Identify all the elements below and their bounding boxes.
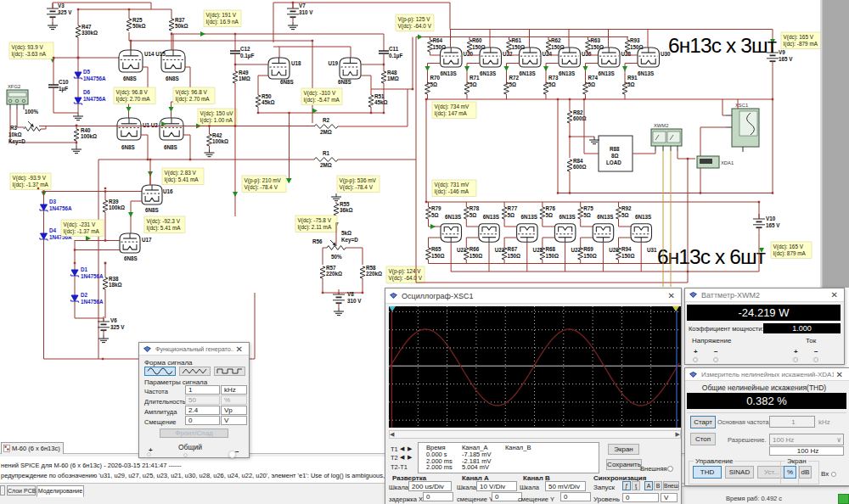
svg-text:165 V: 165 V (766, 222, 780, 228)
svg-text:D3: D3 (49, 199, 57, 204)
svg-text:V(dc): -310 V: V(dc): -310 V (304, 90, 336, 97)
svg-text:C12: C12 (240, 46, 250, 52)
svg-text:330kΩ: 330kΩ (82, 30, 98, 36)
svg-text:I(dc): 5.41 mA: I(dc): 5.41 mA (165, 176, 200, 183)
svg-text:325 V: 325 V (110, 324, 125, 330)
svg-text:150Ω: 150Ω (469, 253, 483, 259)
svg-text:0.1µF: 0.1µF (240, 53, 254, 59)
svg-text:325 V: 325 V (58, 9, 72, 15)
svg-text:6N8S: 6N8S (124, 255, 138, 261)
svg-text:R92: R92 (621, 205, 632, 211)
svg-text:U18: U18 (291, 60, 301, 66)
svg-text:D4: D4 (49, 227, 57, 233)
svg-text:V(dc): -64.0 V: V(dc): -64.0 V (398, 23, 432, 30)
svg-text:R71: R71 (469, 75, 480, 81)
svg-text:I(dc): 147 mA: I(dc): 147 mA (435, 110, 468, 117)
svg-text:V(dc): -78.4 V: V(dc): -78.4 V (340, 184, 374, 191)
svg-text:V(p-p): 125 V: V(p-p): 125 V (398, 16, 431, 23)
svg-text:R38: R38 (109, 276, 119, 282)
svg-text:U24: U24 (543, 51, 553, 57)
svg-text:R55: R55 (340, 201, 350, 207)
svg-text:V(dc): 96.8 V: V(dc): 96.8 V (176, 89, 208, 96)
svg-text:6н13с x 6шт: 6н13с x 6шт (657, 245, 766, 268)
svg-text:V(dc): 2.83 V: V(dc): 2.83 V (165, 170, 197, 176)
svg-text:6N13S: 6N13S (441, 70, 457, 76)
svg-text:6N13S: 6N13S (559, 70, 575, 76)
svg-text:6N13S: 6N13S (483, 214, 499, 220)
svg-text:V(p-p): 536 mV: V(p-p): 536 mV (340, 177, 377, 184)
svg-text:R42: R42 (212, 132, 222, 138)
svg-text:5Ω: 5Ω (469, 81, 477, 87)
svg-text:V(dc): 150 uV: V(dc): 150 uV (200, 110, 234, 117)
svg-text:V(dc): 96.8 V: V(dc): 96.8 V (116, 89, 149, 96)
svg-text:LOAD: LOAD (606, 160, 621, 165)
svg-text:R57: R57 (326, 265, 336, 271)
svg-text:5Ω: 5Ω (509, 81, 517, 87)
svg-text:R3: R3 (10, 125, 18, 131)
svg-text:45kΩ: 45kΩ (261, 99, 275, 105)
svg-text:R62: R62 (551, 37, 561, 43)
svg-text:U20: U20 (464, 51, 474, 57)
svg-text:I(dc): -1.37 mA: I(dc): -1.37 mA (64, 228, 100, 235)
svg-text:R51: R51 (374, 93, 385, 99)
svg-text:V(dc): 731 mV: V(dc): 731 mV (435, 182, 470, 188)
svg-text:U30: U30 (661, 51, 671, 57)
svg-text:R40: R40 (81, 127, 91, 133)
svg-text:5kΩ: 5kΩ (341, 230, 351, 236)
svg-text:220kΩ: 220kΩ (326, 271, 342, 277)
svg-text:1MΩ: 1MΩ (239, 76, 250, 81)
svg-text:V(dc): -92.3 V: V(dc): -92.3 V (147, 218, 181, 225)
svg-text:V(dc): 93.9 V: V(dc): 93.9 V (12, 44, 44, 51)
svg-text:Key=D: Key=D (341, 237, 358, 244)
svg-text:1N4756A: 1N4756A (81, 299, 104, 305)
svg-text:2MΩ: 2MΩ (320, 129, 332, 135)
svg-text:R56: R56 (312, 238, 323, 244)
svg-text:100kΩ: 100kΩ (81, 133, 97, 139)
svg-text:6N8S: 6N8S (166, 76, 179, 81)
svg-text:6N13S: 6N13S (445, 214, 461, 220)
svg-text:6N8S: 6N8S (280, 79, 294, 85)
svg-text:1N4756A: 1N4756A (83, 76, 106, 81)
svg-text:2MΩ: 2MΩ (320, 162, 332, 168)
svg-text:V(dc): -75.8 V: V(dc): -75.8 V (298, 217, 332, 224)
svg-text:U17: U17 (142, 237, 152, 243)
svg-text:R91: R91 (627, 75, 638, 81)
svg-text:XWM2: XWM2 (654, 123, 668, 128)
svg-text:R72: R72 (509, 75, 520, 81)
svg-text:R79: R79 (431, 205, 441, 211)
svg-text:5Ω: 5Ω (545, 212, 553, 218)
svg-text:165 V: 165 V (779, 56, 793, 62)
svg-text:600Ω: 600Ω (573, 164, 587, 170)
svg-text:V(dc): -231 V: V(dc): -231 V (64, 221, 96, 228)
svg-text:D2: D2 (81, 292, 88, 298)
svg-text:10kΩ: 10kΩ (8, 132, 22, 137)
svg-text:6N13S: 6N13S (520, 70, 536, 76)
svg-text:150Ω: 150Ω (551, 44, 565, 50)
svg-text:R61: R61 (512, 37, 522, 43)
svg-text:V(dc): 191 V: V(dc): 191 V (206, 12, 237, 19)
svg-text:I(dc): 16.9 nA: I(dc): 16.9 nA (206, 19, 239, 25)
svg-text:5Ω: 5Ω (621, 212, 629, 218)
svg-text:V9: V9 (779, 49, 785, 55)
svg-text:6N13S: 6N13S (480, 70, 496, 76)
svg-text:6N13S: 6N13S (559, 214, 575, 220)
svg-text:V3: V3 (58, 3, 65, 8)
svg-text:R84: R84 (573, 158, 583, 164)
svg-text:6н13с x 3шт: 6н13с x 3шт (668, 34, 777, 57)
svg-text:6N13S: 6N13S (599, 70, 615, 76)
svg-text:R60: R60 (472, 37, 482, 43)
svg-text:310 V: 310 V (299, 9, 313, 15)
svg-text:5Ω: 5Ω (548, 81, 556, 87)
svg-text:V10: V10 (766, 216, 776, 221)
svg-text:U14 U15: U14 U15 (144, 51, 166, 57)
svg-text:R68: R68 (545, 246, 555, 252)
svg-text:100kΩ: 100kΩ (109, 204, 125, 210)
svg-text:V(dc): 734 mV: V(dc): 734 mV (435, 104, 470, 110)
svg-text:8Ω: 8Ω (611, 153, 619, 159)
svg-text:R63: R63 (591, 37, 601, 43)
svg-text:I(dc): 2.11 mA: I(dc): 2.11 mA (298, 224, 332, 231)
svg-text:V(dc): 165 V: V(dc): 165 V (773, 244, 804, 250)
svg-text:1N4756A: 1N4756A (49, 205, 72, 211)
svg-text:5Ω: 5Ω (588, 81, 596, 87)
svg-text:1MΩ: 1MΩ (387, 76, 399, 81)
